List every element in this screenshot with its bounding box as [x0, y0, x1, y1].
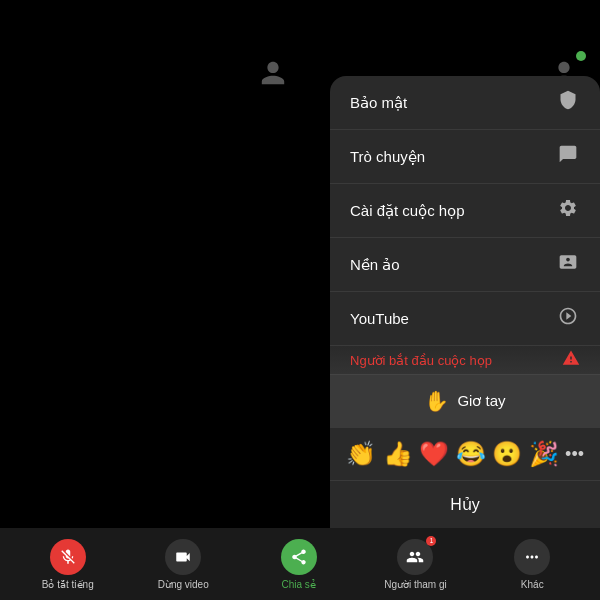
participant-icon-1: [255, 55, 291, 91]
share-label: Chia sẻ: [282, 579, 316, 590]
video-icon-wrap: [165, 539, 201, 575]
mute-label: Bỏ tắt tiếng: [42, 579, 94, 590]
menu-item-chat[interactable]: Trò chuyện: [330, 130, 600, 184]
cancel-label: Hủy: [450, 495, 480, 514]
toolbar-video[interactable]: Dừng video: [153, 539, 213, 590]
emoji-thumbsup[interactable]: 👍: [383, 440, 413, 468]
menu-item-partial: Người bắt đầu cuộc họp: [330, 346, 600, 374]
participants-icon-wrap: 1: [397, 539, 433, 575]
raise-hand-emoji: ✋: [424, 389, 449, 413]
background-label: Nền ảo: [350, 256, 400, 274]
emoji-heart[interactable]: ❤️: [419, 440, 449, 468]
gear-icon: [556, 198, 580, 223]
settings-label: Cài đặt cuộc họp: [350, 202, 465, 220]
shield-icon: [556, 90, 580, 115]
emoji-more-button[interactable]: •••: [565, 444, 584, 465]
menu-item-background[interactable]: Nền ảo: [330, 238, 600, 292]
toolbar-share[interactable]: Chia sẻ: [269, 539, 329, 590]
raise-hand-label: Giơ tay: [457, 392, 505, 410]
video-area: Bảo mật Trò chuyện Cài đặt cuộc họp: [0, 0, 600, 600]
bottom-toolbar: Bỏ tắt tiếng Dừng video Chia sẻ: [0, 528, 600, 600]
menu-item-settings[interactable]: Cài đặt cuộc họp: [330, 184, 600, 238]
menu-item-youtube[interactable]: YouTube: [330, 292, 600, 346]
menu-item-security[interactable]: Bảo mật: [330, 76, 600, 130]
participants-label: Người tham gi: [384, 579, 447, 590]
youtube-label: YouTube: [350, 310, 409, 327]
chat-label: Trò chuyện: [350, 148, 425, 166]
partial-icon: [562, 349, 580, 372]
partial-label: Người bắt đầu cuộc họp: [350, 353, 492, 368]
overlay-panel: Bảo mật Trò chuyện Cài đặt cuộc họp: [330, 76, 600, 528]
more-label: Khác: [521, 579, 544, 590]
avatar-1: [255, 55, 291, 91]
emoji-party[interactable]: 🎉: [529, 440, 559, 468]
toolbar-more[interactable]: Khác: [502, 539, 562, 590]
video-label: Dừng video: [158, 579, 209, 590]
toolbar-participants[interactable]: 1 Người tham gi: [384, 539, 447, 590]
emoji-wow[interactable]: 😮: [492, 440, 522, 468]
raise-hand-button[interactable]: ✋ Giơ tay: [330, 374, 600, 427]
chat-icon: [556, 144, 580, 169]
person-card-icon: [556, 252, 580, 277]
emoji-clap[interactable]: 👏: [346, 440, 376, 468]
cancel-button[interactable]: Hủy: [330, 480, 600, 528]
emoji-bar: 👏 👍 ❤️ 😂 😮 🎉 •••: [330, 427, 600, 480]
emoji-laugh[interactable]: 😂: [456, 440, 486, 468]
mute-icon-wrap: [50, 539, 86, 575]
toolbar-mute[interactable]: Bỏ tắt tiếng: [38, 539, 98, 590]
more-icon-wrap: [514, 539, 550, 575]
share-icon-wrap: [281, 539, 317, 575]
security-label: Bảo mật: [350, 94, 407, 112]
play-icon: [556, 306, 580, 331]
